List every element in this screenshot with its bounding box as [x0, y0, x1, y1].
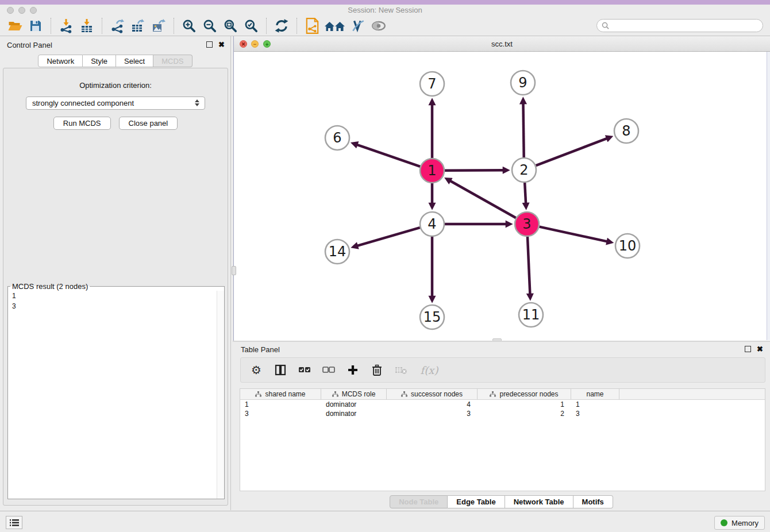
table-cell[interactable]: 4	[387, 400, 478, 409]
column-label: MCDS role	[342, 390, 376, 398]
mcds-result-item: 3	[8, 301, 224, 311]
mcds-result-list[interactable]: 13	[8, 291, 224, 499]
table-settings-button[interactable]: ⚙	[249, 363, 264, 377]
table-cell[interactable]: 1	[571, 400, 619, 409]
column-header-shared-name[interactable]: shared name	[240, 389, 321, 399]
zoom-out-button[interactable]	[199, 17, 220, 35]
import-table-button[interactable]	[76, 17, 97, 35]
table-cell[interactable]: 1	[240, 400, 321, 409]
homes-icon	[324, 19, 346, 33]
import-network-button[interactable]	[56, 17, 76, 35]
show-details-button[interactable]	[368, 17, 389, 35]
tab-mcds[interactable]: MCDS	[153, 55, 192, 67]
tab-style[interactable]: Style	[83, 55, 116, 67]
column-label: successor nodes	[411, 390, 463, 398]
table-cell[interactable]: 3	[387, 409, 478, 418]
table-cell[interactable]: dominator	[321, 409, 387, 418]
export-network-button[interactable]	[107, 17, 128, 35]
criterion-select[interactable]: strongly connected component	[26, 97, 205, 110]
mcds-result-group: MCDS result (2 nodes) 13	[7, 282, 225, 499]
edge-3-11[interactable]	[528, 237, 530, 294]
save-session-button[interactable]	[25, 17, 46, 35]
table-cell[interactable]: 3	[240, 409, 321, 418]
eye-icon	[371, 18, 387, 33]
column-header-MCDS-role[interactable]: MCDS role	[321, 389, 387, 399]
edge-1-6[interactable]	[357, 145, 420, 167]
delete-row-button[interactable]	[369, 363, 384, 377]
tab-edge-table[interactable]: Edge Table	[448, 495, 505, 508]
column-header-predecessor-nodes[interactable]: predecessor nodes	[478, 389, 571, 399]
trash-icon	[372, 364, 382, 376]
zoom-out-icon	[202, 18, 217, 33]
edge-3-1[interactable]	[450, 181, 515, 218]
close-table-panel-icon[interactable]: ✖	[757, 345, 763, 353]
table-cell[interactable]: 3	[571, 409, 619, 418]
tab-node-table[interactable]: Node Table	[390, 495, 448, 508]
run-mcds-button[interactable]: Run MCDS	[53, 117, 111, 130]
zoom-selected-button[interactable]	[241, 17, 261, 35]
network-window-titlebar[interactable]: ✕ − ＋ scc.txt	[234, 36, 770, 52]
search-input[interactable]	[609, 22, 763, 30]
unselect-all-button[interactable]	[321, 363, 336, 377]
close-panel-icon[interactable]: ✖	[218, 40, 225, 49]
vertical-split-grip[interactable]	[232, 266, 236, 275]
attribute-tree-icon	[401, 391, 407, 397]
edge-4-14[interactable]	[357, 228, 420, 246]
toolbar-separator	[174, 18, 174, 34]
export-table-button[interactable]	[128, 17, 148, 35]
network-scrollbar[interactable]	[767, 52, 770, 340]
node-table-body: 1dominator4113dominator323	[240, 400, 765, 418]
edge-2-3[interactable]	[525, 183, 526, 203]
open-session-button[interactable]	[5, 17, 25, 35]
task-history-button[interactable]	[6, 516, 22, 529]
titlebar: Session: New Session	[0, 5, 770, 16]
import-table-icon	[79, 18, 94, 33]
float-panel-icon[interactable]	[206, 41, 213, 48]
node-table: shared nameMCDS rolesuccessor nodesprede…	[240, 388, 765, 491]
gear-icon: ⚙	[251, 363, 261, 377]
edge-2-8[interactable]	[536, 138, 607, 165]
tab-network-table[interactable]: Network Table	[505, 495, 573, 508]
table-panel-header: Table Panel ✖	[233, 342, 770, 356]
zoom-selected-icon	[244, 18, 259, 33]
zoom-fit-button[interactable]	[220, 17, 241, 35]
network-canvas[interactable]: 7968124314101511	[234, 52, 770, 340]
search-box[interactable]	[596, 19, 763, 32]
close-panel-button[interactable]: Close panel	[119, 117, 178, 130]
refresh-layout-button[interactable]	[271, 17, 292, 35]
search-icon	[602, 22, 609, 29]
edge-3-10[interactable]	[539, 227, 607, 242]
node-label-8: 8	[622, 123, 630, 139]
tab-select[interactable]: Select	[116, 55, 153, 67]
zoom-in-icon	[182, 18, 197, 33]
node-label-7: 7	[428, 76, 436, 92]
application-window: Session: New Session	[0, 0, 770, 532]
edge-1-2[interactable]	[445, 170, 503, 171]
select-all-button[interactable]	[297, 363, 312, 377]
save-floppy-icon	[29, 19, 43, 33]
tab-motifs[interactable]: Motifs	[573, 495, 613, 508]
first-neighbors-button[interactable]	[322, 17, 348, 35]
edge-2-9[interactable]	[523, 103, 523, 157]
zoom-in-button[interactable]	[179, 17, 199, 35]
tab-network[interactable]: Network	[38, 55, 83, 67]
float-table-panel-icon[interactable]	[745, 346, 751, 352]
table-cell[interactable]: 1	[478, 400, 571, 409]
show-columns-button[interactable]	[273, 363, 288, 377]
toolbar-separator	[51, 18, 51, 34]
table-row[interactable]: 1dominator411	[240, 400, 765, 409]
table-cell[interactable]: 2	[478, 409, 571, 418]
table-cell[interactable]: dominator	[321, 400, 387, 409]
network-file-button[interactable]	[302, 17, 322, 35]
result-scrollbar[interactable]	[217, 291, 224, 499]
list-icon	[10, 519, 19, 527]
window-top-accent	[0, 0, 770, 5]
memory-button[interactable]: Memory	[714, 516, 765, 530]
network-graph[interactable]: 7968124314101511	[234, 52, 770, 340]
export-image-button[interactable]	[148, 17, 169, 35]
column-header-name[interactable]: name	[571, 389, 619, 399]
add-row-button[interactable]	[345, 363, 360, 377]
hide-details-button[interactable]	[348, 17, 368, 35]
column-header-successor-nodes[interactable]: successor nodes	[387, 389, 478, 399]
table-row[interactable]: 3dominator323	[240, 409, 765, 418]
